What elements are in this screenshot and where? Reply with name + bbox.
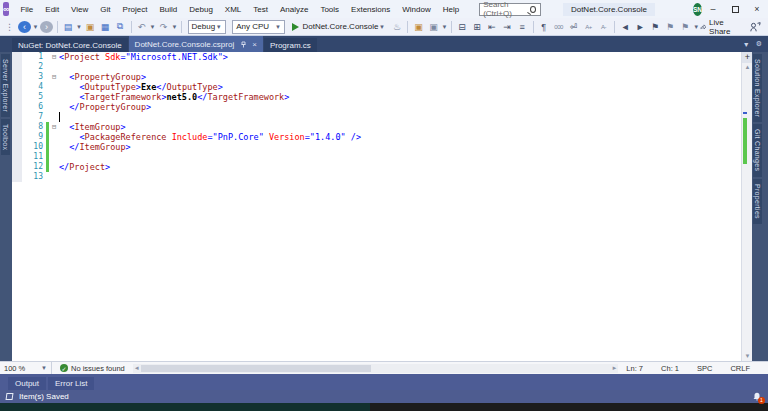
menu-item-help[interactable]: Help: [437, 0, 465, 18]
code-line[interactable]: 7: [12, 112, 741, 122]
menu-item-git[interactable]: Git: [94, 0, 116, 18]
tool-tab-git-changes[interactable]: Git Changes: [753, 124, 762, 176]
code-line[interactable]: 10 </ItemGroup>: [12, 142, 741, 152]
menu-item-xml[interactable]: XML: [219, 0, 247, 18]
outline-expand-icon[interactable]: ⊞: [471, 20, 484, 33]
horizontal-scroll-thumb[interactable]: [141, 365, 371, 372]
menu-item-test[interactable]: Test: [247, 0, 274, 18]
solution-platforms-dropdown[interactable]: Any CPU▼: [232, 20, 285, 34]
code-line[interactable]: 6 </PropertyGroup>: [12, 102, 741, 112]
code-line[interactable]: 4 <OutputType>Exe</OutputType>: [12, 82, 741, 92]
breakpoint-margin[interactable]: [12, 122, 22, 132]
code-line[interactable]: 3⊟ <PropertyGroup>: [12, 72, 741, 82]
menu-item-tools[interactable]: Tools: [314, 0, 345, 18]
code-line[interactable]: 1⊟<Project Sdk="Microsoft.NET.Sdk">: [12, 52, 741, 62]
save-icon[interactable]: ▦: [99, 20, 112, 33]
breakpoint-margin[interactable]: [12, 52, 22, 62]
code-editor[interactable]: 1⊟<Project Sdk="Microsoft.NET.Sdk">23⊟ <…: [12, 52, 741, 361]
next-bookmark-icon[interactable]: ►: [634, 20, 647, 33]
eol-indicator[interactable]: CRLF: [730, 364, 750, 373]
comment-icon[interactable]: ¶: [537, 20, 550, 33]
format-document-icon[interactable]: ≡: [516, 20, 529, 33]
hot-reload-icon[interactable]: ♨: [390, 20, 403, 33]
undo-caret[interactable]: ▼: [149, 20, 156, 33]
menu-item-extensions[interactable]: Extensions: [345, 0, 396, 18]
tab-close-icon[interactable]: ×: [252, 40, 257, 49]
indent-increase-icon[interactable]: ⇥: [501, 20, 514, 33]
menu-item-debug[interactable]: Debug: [183, 0, 219, 18]
bookmark-icon[interactable]: ⚑: [649, 20, 662, 33]
document-tab-0[interactable]: NuGet: DotNet.Core.Console: [12, 38, 128, 52]
toolbar-overflow-caret[interactable]: ▼: [693, 20, 700, 33]
horizontal-scrollbar[interactable]: ◄ ►: [133, 364, 619, 373]
panel-tab-output[interactable]: Output: [8, 377, 46, 390]
font-increase-icon[interactable]: A+: [582, 20, 595, 33]
outline-collapse-icon[interactable]: ⊟: [456, 20, 469, 33]
redo-caret[interactable]: ▼: [171, 20, 178, 33]
toolbar-grip-icon[interactable]: ⋮: [3, 20, 16, 33]
save-all-icon[interactable]: ⧉: [114, 20, 127, 33]
document-tab-2[interactable]: Program.cs: [264, 38, 317, 52]
font-decrease-icon[interactable]: A-: [597, 20, 610, 33]
menu-item-view[interactable]: View: [65, 0, 94, 18]
web-browser-icon[interactable]: ▣: [412, 20, 425, 33]
background-tasks-icon[interactable]: [6, 393, 14, 400]
navigate-back-icon[interactable]: ‹: [18, 21, 31, 33]
account-avatar[interactable]: SN: [693, 3, 702, 16]
code-line[interactable]: 13: [12, 172, 741, 182]
browser-caret[interactable]: ▼: [441, 20, 448, 33]
bookmark-next-disabled-icon[interactable]: ⚑: [679, 20, 692, 33]
issues-indicator[interactable]: ✓ No issues found: [60, 364, 125, 373]
notifications-button[interactable]: 1: [752, 392, 762, 402]
vertical-scrollbar[interactable]: + ▲ ▼: [741, 52, 752, 361]
breakpoint-margin[interactable]: [12, 72, 22, 82]
line-numbers-icon[interactable]: 000: [552, 20, 565, 33]
breakpoint-margin[interactable]: [12, 82, 22, 92]
code-line[interactable]: 11: [12, 152, 741, 162]
code-line[interactable]: 8⊟ <ItemGroup>: [12, 122, 741, 132]
open-file-icon[interactable]: ▣: [84, 20, 97, 33]
fold-collapse-icon[interactable]: ⊟: [49, 52, 59, 62]
tab-pin-icon[interactable]: [239, 40, 247, 48]
breakpoint-margin[interactable]: [12, 162, 22, 172]
code-line[interactable]: 9 <PackageReference Include="PnP.Core" V…: [12, 132, 741, 142]
scroll-right-icon[interactable]: ►: [610, 365, 618, 371]
navigate-back-caret[interactable]: ▼: [32, 20, 39, 33]
tab-list-caret-icon[interactable]: ▼: [743, 41, 750, 48]
breakpoint-margin[interactable]: [12, 172, 22, 182]
restore-button[interactable]: [724, 0, 746, 18]
word-wrap-icon[interactable]: ⏎: [567, 20, 580, 33]
preview-icon[interactable]: ▣: [427, 20, 440, 33]
new-project-icon[interactable]: ▤: [62, 20, 75, 33]
new-project-caret[interactable]: ▼: [76, 20, 83, 33]
minimize-button[interactable]: –: [702, 0, 724, 18]
indent-decrease-icon[interactable]: ⇤: [486, 20, 499, 33]
fold-collapse-icon[interactable]: ⊟: [49, 72, 59, 82]
scroll-left-icon[interactable]: ◄: [133, 365, 141, 371]
navigate-forward-icon[interactable]: ›: [40, 21, 53, 33]
breakpoint-margin[interactable]: [12, 62, 22, 72]
fold-collapse-icon[interactable]: ⊟: [49, 122, 59, 132]
menu-item-analyze[interactable]: Analyze: [274, 0, 314, 18]
panel-tab-error-list[interactable]: Error List: [48, 377, 94, 390]
breakpoint-margin[interactable]: [12, 132, 22, 142]
live-share-button[interactable]: Live Share: [700, 18, 734, 36]
menu-item-edit[interactable]: Edit: [39, 0, 65, 18]
code-line[interactable]: 2: [12, 62, 741, 72]
tool-tab-solution-explorer[interactable]: Solution Explorer: [753, 54, 762, 122]
code-line[interactable]: 12</Project>: [12, 162, 741, 172]
menu-item-file[interactable]: File: [14, 0, 39, 18]
menu-item-project[interactable]: Project: [117, 0, 154, 18]
close-button[interactable]: ×: [746, 0, 768, 18]
indent-mode-indicator[interactable]: SPC: [697, 364, 712, 373]
breakpoint-margin[interactable]: [12, 152, 22, 162]
solution-configurations-dropdown[interactable]: Debug▼: [188, 20, 227, 34]
tool-tab-properties[interactable]: Properties: [753, 179, 762, 224]
tool-tab-server-explorer[interactable]: Server Explorer: [1, 54, 10, 117]
code-line[interactable]: 5 <TargetFramework>net5.0</TargetFramewo…: [12, 92, 741, 102]
breakpoint-margin[interactable]: [12, 102, 22, 112]
breakpoint-margin[interactable]: [12, 112, 22, 122]
menu-item-build[interactable]: Build: [153, 0, 183, 18]
undo-icon[interactable]: ↶: [135, 20, 148, 33]
menu-item-window[interactable]: Window: [396, 0, 436, 18]
